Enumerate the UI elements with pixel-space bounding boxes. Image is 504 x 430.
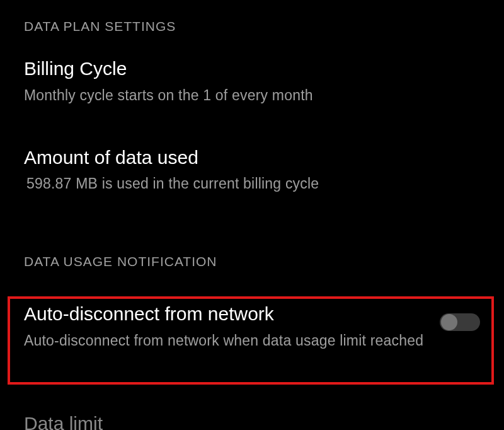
billing-cycle-item[interactable]: Billing Cycle Monthly cycle starts on th… xyxy=(0,57,504,137)
auto-disconnect-toggle[interactable] xyxy=(440,313,480,331)
amount-data-used-subtitle: 598.87 MB is used in the current billing… xyxy=(24,174,480,194)
amount-data-used-item[interactable]: Amount of data used 598.87 MB is used in… xyxy=(0,137,504,194)
section-header-data-plan: DATA PLAN SETTINGS xyxy=(0,0,504,57)
amount-data-used-title: Amount of data used xyxy=(24,146,480,170)
toggle-knob-icon xyxy=(441,314,457,330)
billing-cycle-title: Billing Cycle xyxy=(24,57,480,81)
auto-disconnect-subtitle: Auto-disconnect from network when data u… xyxy=(24,331,427,351)
billing-cycle-subtitle: Monthly cycle starts on the 1 of every m… xyxy=(24,86,480,105)
auto-disconnect-item[interactable]: Auto-disconnect from network Auto-discon… xyxy=(0,284,504,351)
data-limit-item[interactable]: Data limit xyxy=(24,412,103,430)
section-header-data-usage-notification: DATA USAGE NOTIFICATION xyxy=(0,194,504,284)
auto-disconnect-title: Auto-disconnect from network xyxy=(24,302,427,326)
